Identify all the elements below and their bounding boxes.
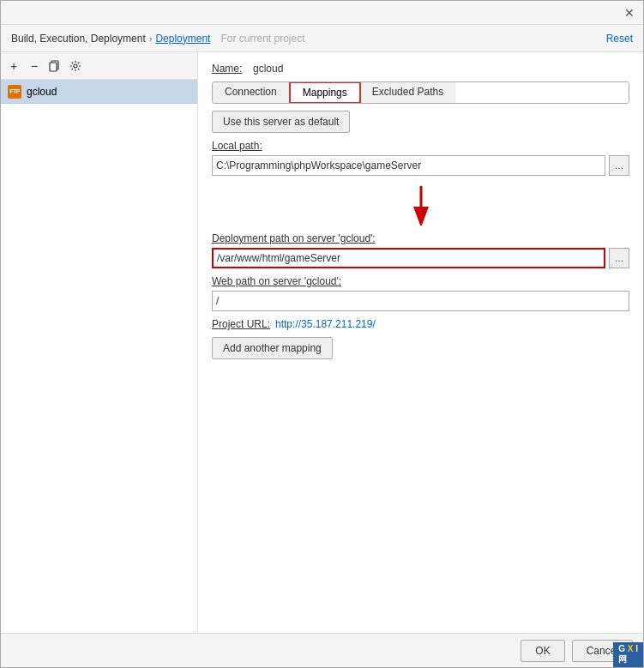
copy-server-button[interactable] [45,57,64,75]
local-path-section: Local path: … [212,140,629,176]
tabs-bar: Connection Mappings Excluded Paths [212,81,629,104]
reset-link[interactable]: Reset [606,33,633,45]
breadcrumb-part2[interactable]: Deployment [155,33,210,45]
dialog: ✕ Build, Execution, Deployment › Deploym… [0,0,644,668]
settings-icon [69,60,81,72]
name-value: gcloud [253,63,283,75]
down-arrow-icon [395,183,447,226]
arrow-indicator [212,183,629,226]
svg-rect-1 [50,63,57,71]
settings-button[interactable] [66,57,85,75]
web-path-input[interactable] [212,291,629,311]
local-path-input[interactable] [212,155,605,176]
local-path-row: … [212,155,629,176]
project-url-row: Project URL: http://35.187.211.219/ [212,318,629,330]
project-url-link[interactable]: http://35.187.211.219/ [275,318,376,330]
web-path-label: Web path on server 'gcloud': [212,275,629,287]
main-panel: Name: gcloud Connection Mappings Exclude… [198,52,643,633]
svg-point-2 [74,64,77,68]
add-mapping-button[interactable]: Add another mapping [212,337,333,359]
tab-excluded-paths[interactable]: Excluded Paths [360,82,455,103]
project-url-label: Project URL: [212,318,270,330]
copy-icon [49,60,61,72]
breadcrumb: Build, Execution, Deployment › Deploymen… [11,33,305,45]
use-default-button[interactable]: Use this server as default [212,111,350,133]
breadcrumb-separator: › [149,33,153,44]
main-content: + − ftp [1,52,643,633]
deployment-path-section: Deployment path on server 'gcloud': … [212,232,629,268]
sidebar-item-label: gcloud [27,86,57,98]
add-server-button[interactable]: + [4,57,23,75]
sidebar-toolbar: + − [1,52,197,80]
breadcrumb-sub: For current project [220,33,304,45]
remove-server-button[interactable]: − [25,57,44,75]
name-label: Name: [212,63,246,75]
sidebar-item-gcloud[interactable]: ftp gcloud [1,80,197,104]
breadcrumb-bar: Build, Execution, Deployment › Deploymen… [1,25,643,52]
deployment-path-row: … [212,248,629,268]
local-path-browse-button[interactable]: … [609,155,629,176]
title-bar: ✕ [1,1,643,25]
name-row: Name: gcloud [212,63,629,75]
tab-connection[interactable]: Connection [213,82,290,103]
web-path-row [212,291,629,311]
watermark: G X I网 [613,642,643,667]
footer: OK Cancel G X I网 [1,633,643,667]
tab-mappings[interactable]: Mappings [289,81,361,104]
ok-button[interactable]: OK [521,640,564,662]
web-path-section: Web path on server 'gcloud': [212,275,629,311]
sidebar-list: ftp gcloud [1,80,197,633]
deployment-path-input[interactable] [212,248,605,268]
sidebar: + − ftp [1,52,198,633]
deployment-path-label: Deployment path on server 'gcloud': [212,232,629,244]
deployment-path-browse-button[interactable]: … [609,248,629,268]
close-icon[interactable]: ✕ [623,6,636,20]
server-icon: ftp [8,85,21,99]
local-path-label: Local path: [212,140,629,152]
breadcrumb-part1[interactable]: Build, Execution, Deployment [11,33,146,45]
